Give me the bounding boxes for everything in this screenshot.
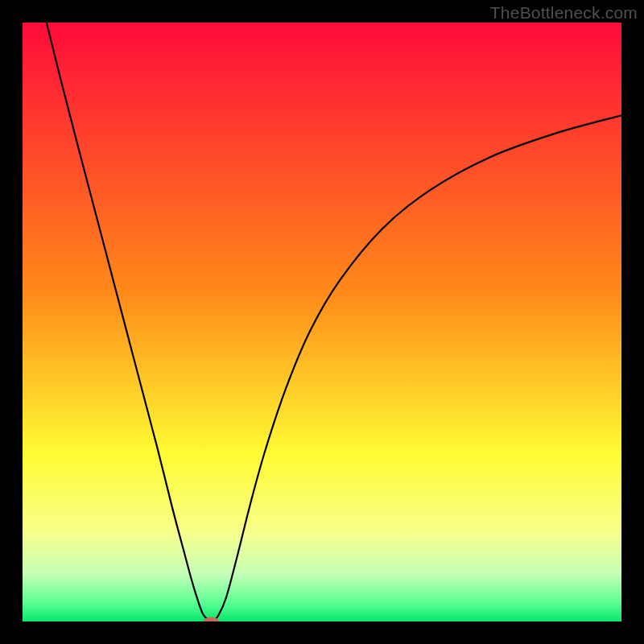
chart-frame: TheBottleneck.com (0, 0, 644, 644)
gradient-background (23, 23, 621, 621)
plot-area (23, 23, 621, 621)
chart-svg (23, 23, 621, 621)
watermark-text: TheBottleneck.com (490, 3, 638, 23)
